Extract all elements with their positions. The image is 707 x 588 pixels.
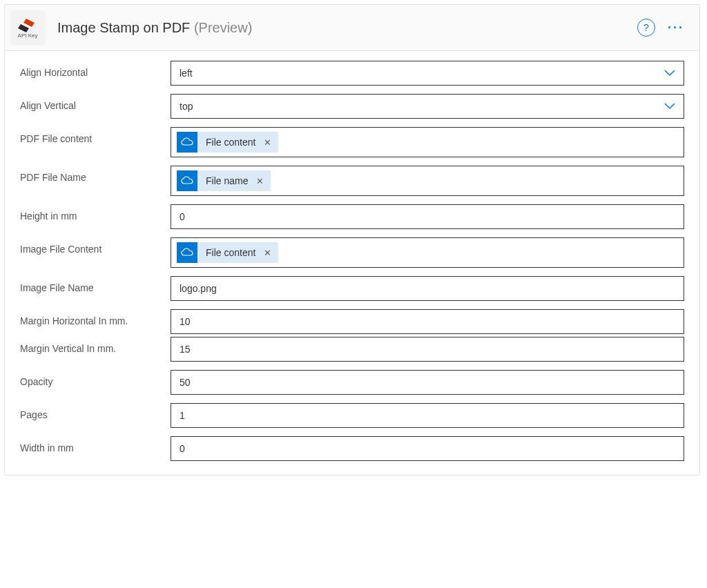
label-width-mm: Width in mm — [20, 436, 171, 455]
row-image-file-name: Image File Name — [20, 276, 684, 301]
dynamic-content-token[interactable]: File content ✕ — [177, 132, 278, 153]
label-pdf-file-content: PDF File content — [20, 127, 171, 146]
input-margin-vertical[interactable] — [180, 344, 675, 355]
cloud-icon — [177, 132, 197, 153]
label-image-file-content: Image File Content — [20, 237, 171, 256]
select-value: left — [180, 68, 193, 79]
input-opacity-wrapper — [171, 370, 684, 395]
token-remove-icon[interactable]: ✕ — [255, 170, 271, 191]
dynamic-content-token[interactable]: File content ✕ — [177, 242, 278, 263]
token-label: File content — [197, 132, 262, 153]
input-pages-wrapper — [171, 403, 684, 428]
row-pdf-file-content: PDF File content File content ✕ — [20, 127, 684, 157]
input-width-mm[interactable] — [180, 443, 675, 454]
label-image-file-name: Image File Name — [20, 276, 171, 295]
row-margin-vertical: Margin Vertical In mm. — [20, 337, 684, 362]
row-height-mm: Height in mm — [20, 204, 684, 229]
row-align-horizontal: Align Horizontal left — [20, 61, 684, 86]
input-opacity[interactable] — [180, 377, 675, 388]
label-pages: Pages — [20, 403, 171, 422]
input-image-file-name[interactable] — [180, 283, 675, 294]
cloud-icon — [177, 242, 197, 263]
card-title: Image Stamp on PDF (Preview) — [57, 20, 252, 36]
row-width-mm: Width in mm — [20, 436, 684, 461]
chevron-down-icon — [664, 68, 675, 79]
preview-tag: (Preview) — [194, 20, 252, 35]
token-remove-icon[interactable]: ✕ — [262, 242, 278, 263]
input-height-mm-wrapper — [171, 204, 684, 229]
row-pages: Pages — [20, 403, 684, 428]
input-image-file-content[interactable]: File content ✕ — [171, 237, 684, 268]
api-key-label: API Key — [18, 32, 38, 39]
label-pdf-file-name: PDF File Name — [20, 166, 171, 184]
input-margin-horizontal-wrapper — [171, 309, 684, 334]
input-margin-vertical-wrapper — [171, 337, 684, 362]
select-align-vertical[interactable]: top — [171, 94, 684, 119]
label-height-mm: Height in mm — [20, 204, 171, 223]
dynamic-content-token[interactable]: File name ✕ — [177, 170, 271, 191]
input-height-mm[interactable] — [180, 211, 675, 222]
action-card: API Key Image Stamp on PDF (Preview) ? ·… — [4, 4, 700, 476]
select-align-horizontal[interactable]: left — [171, 61, 684, 86]
token-label: File content — [197, 242, 262, 263]
input-width-mm-wrapper — [171, 436, 684, 461]
row-margin-horizontal: Margin Horizontal In mm. — [20, 309, 684, 334]
connector-icon: API Key — [10, 10, 45, 45]
card-body: Align Horizontal left Align Vertical top — [5, 51, 699, 475]
chevron-down-icon — [664, 101, 675, 112]
input-pdf-file-name[interactable]: File name ✕ — [171, 166, 684, 196]
row-opacity: Opacity — [20, 370, 684, 395]
title-text: Image Stamp on PDF — [57, 20, 190, 35]
input-margin-horizontal[interactable] — [180, 316, 675, 327]
select-value: top — [180, 101, 193, 112]
label-margin-horizontal: Margin Horizontal In mm. — [20, 309, 171, 328]
label-margin-vertical: Margin Vertical In mm. — [20, 337, 171, 355]
label-align-vertical: Align Vertical — [20, 94, 171, 112]
token-label: File name — [197, 170, 255, 191]
row-image-file-content: Image File Content File content ✕ — [20, 237, 684, 268]
label-align-horizontal: Align Horizontal — [20, 61, 171, 79]
row-align-vertical: Align Vertical top — [20, 94, 684, 119]
input-pages[interactable] — [180, 410, 675, 421]
help-icon[interactable]: ? — [637, 19, 655, 37]
input-image-file-name-wrapper — [171, 276, 684, 301]
cloud-icon — [177, 170, 197, 191]
row-pdf-file-name: PDF File Name File name ✕ — [20, 166, 684, 196]
label-opacity: Opacity — [20, 370, 171, 389]
card-header: API Key Image Stamp on PDF (Preview) ? ·… — [5, 5, 699, 51]
input-pdf-file-content[interactable]: File content ✕ — [171, 127, 684, 157]
token-remove-icon[interactable]: ✕ — [262, 132, 278, 153]
more-menu-icon[interactable]: ··· — [668, 21, 688, 35]
